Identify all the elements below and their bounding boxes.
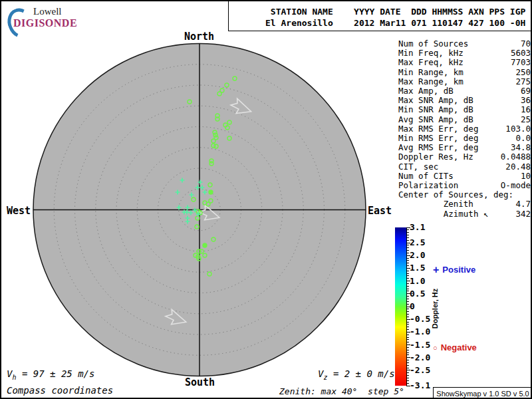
stat-label: Min Freq, kHz bbox=[398, 49, 464, 58]
measurement-stats-panel: Num of Sources70Min Freq, kHz5603Max Fre… bbox=[398, 39, 531, 219]
colorbar-minor-tick bbox=[406, 368, 409, 368]
colorbar-minor-tick bbox=[406, 311, 409, 312]
stat-row: Center of Sources, deg: bbox=[398, 190, 531, 200]
stat-row: Min Range, km250 bbox=[398, 68, 531, 77]
colorbar-minor-tick bbox=[406, 360, 409, 360]
stat-row: CIT, sec20.48 bbox=[398, 162, 531, 172]
stat-label: Polarization bbox=[398, 181, 458, 190]
lowell-digisonde-logo: Lowell DIGISONDE bbox=[8, 6, 94, 33]
stat-row: Max SNR Amp, dB36 bbox=[398, 96, 531, 105]
colorbar-minor-tick bbox=[406, 245, 409, 245]
stat-row: Min RMS Err, deg0.0 bbox=[398, 134, 531, 143]
stat-row: Avg SNR Amp, dB25 bbox=[398, 115, 531, 124]
doppler-colorbar bbox=[395, 227, 407, 386]
colorbar-minor-tick bbox=[406, 258, 409, 259]
stat-value: 34.8 bbox=[511, 143, 531, 152]
stat-label: Num of Sources bbox=[398, 39, 468, 49]
stat-label: Avg SNR Amp, dB bbox=[398, 115, 473, 124]
stat-label: Azimuth ↖ bbox=[398, 209, 488, 219]
stat-label: Min Range, km bbox=[398, 68, 464, 77]
source-point-negative bbox=[203, 243, 207, 247]
stat-label: Doppler Res, Hz bbox=[398, 152, 473, 162]
stat-row: PolarizationO-mode bbox=[398, 181, 531, 190]
skymap-window: Lowell DIGISONDE STATION NAME YYYY DATE … bbox=[0, 0, 532, 399]
stat-value: 20.48 bbox=[505, 162, 531, 172]
stat-value: 16 bbox=[521, 105, 531, 114]
positive-marker-icon: + bbox=[433, 267, 439, 273]
colorbar-tick-label: -3.1 bbox=[410, 380, 430, 390]
colorbar-minor-tick bbox=[406, 317, 409, 317]
stat-label: Max Freq, kHz bbox=[398, 58, 464, 67]
colorbar-minor-tick bbox=[406, 354, 409, 355]
colorbar-minor-tick bbox=[406, 260, 409, 261]
legend-negative: ○ Negative bbox=[433, 342, 477, 352]
colorbar-minor-tick bbox=[406, 327, 409, 327]
colorbar-minor-tick bbox=[406, 299, 409, 299]
colorbar-minor-tick bbox=[406, 289, 409, 289]
stat-value: 275 bbox=[515, 77, 531, 86]
colorbar-tick-label: 0.5 bbox=[410, 289, 425, 299]
colorbar-minor-tick bbox=[406, 380, 409, 381]
stat-value: 0.0488 bbox=[501, 152, 531, 162]
colorbar-minor-tick bbox=[406, 265, 409, 266]
compass-label-north: North bbox=[184, 31, 214, 43]
stat-value: 103.0 bbox=[505, 124, 531, 134]
header-divider-horizontal bbox=[228, 31, 532, 31]
colorbar-minor-tick bbox=[406, 347, 409, 348]
colorbar-minor-tick bbox=[406, 334, 409, 335]
colorbar-tick-label: -2.5 bbox=[410, 365, 430, 375]
stat-row: Max Amp, dB69 bbox=[398, 86, 531, 96]
stat-label: Max RMS Err, deg bbox=[398, 124, 478, 134]
colorbar-minor-tick bbox=[406, 278, 409, 279]
colorbar-minor-tick bbox=[406, 362, 409, 363]
colorbar-minor-tick bbox=[406, 229, 409, 230]
colorbar-minor-tick bbox=[406, 342, 409, 342]
legend-positive-label: Positive bbox=[442, 265, 475, 275]
stat-value: 10 bbox=[521, 172, 531, 181]
stat-row: Num of CITs10 bbox=[398, 172, 531, 181]
colorbar-minor-tick bbox=[406, 232, 409, 233]
app-version-label: ShowSkymap v 1.0 SD v 5.0 bbox=[433, 387, 532, 399]
colorbar-minor-tick bbox=[406, 304, 409, 305]
colorbar-minor-tick bbox=[406, 339, 409, 340]
stat-label: Max SNR Amp, dB bbox=[398, 96, 473, 105]
colorbar-minor-tick bbox=[406, 314, 409, 315]
colorbar-minor-tick bbox=[406, 365, 409, 366]
station-header: STATION NAME YYYY DATE DDD HHMMSS AXN PP… bbox=[265, 6, 525, 29]
colorbar-minor-tick bbox=[406, 383, 409, 384]
stat-row: Avg RMS Err, deg34.8 bbox=[398, 143, 531, 152]
colorbar-minor-tick bbox=[406, 350, 409, 350]
colorbar-minor-tick bbox=[406, 263, 409, 263]
stat-value: 69 bbox=[521, 86, 531, 96]
stat-label: Min SNR Amp, dB bbox=[398, 105, 473, 114]
stat-row: Zenith4.7 bbox=[398, 200, 531, 209]
colorbar-minor-tick bbox=[406, 378, 409, 378]
compass-label-east: East bbox=[368, 205, 392, 217]
stat-row: Num of Sources70 bbox=[398, 39, 531, 49]
stat-value: 7703 bbox=[511, 58, 531, 67]
stat-value: 250 bbox=[515, 68, 531, 77]
stat-label: Center of Sources, deg: bbox=[398, 190, 513, 200]
legend-positive: + Positive bbox=[433, 265, 475, 275]
colorbar-minor-tick bbox=[406, 247, 409, 248]
colorbar-minor-tick bbox=[406, 273, 409, 274]
vertical-velocity-readout: Vz = 2 ± 0 m/s bbox=[318, 368, 395, 381]
colorbar-tick-label: 1.5 bbox=[410, 263, 425, 273]
stat-row: Max Range, km275 bbox=[398, 77, 531, 86]
stat-value: O-mode bbox=[501, 181, 531, 190]
source-point-negative bbox=[209, 190, 213, 194]
stat-label: Num of CITs bbox=[398, 172, 454, 181]
colorbar-minor-tick bbox=[406, 275, 409, 276]
colorbar-tick-label: 2.0 bbox=[410, 250, 425, 260]
stat-value: 5603 bbox=[511, 49, 531, 58]
stat-value: 342 bbox=[515, 209, 531, 219]
colorbar-tick-label: 3.1 bbox=[410, 222, 425, 232]
stat-row: Min Freq, kHz5603 bbox=[398, 49, 531, 58]
colorbar-tick-label: 0 bbox=[410, 301, 415, 311]
colorbar-minor-tick bbox=[406, 324, 409, 325]
stat-value: 0.0 bbox=[515, 134, 531, 143]
colorbar-minor-tick bbox=[406, 352, 409, 353]
stat-row: Azimuth ↖342 bbox=[398, 209, 531, 219]
colorbar-minor-tick bbox=[406, 372, 409, 373]
stat-label: Zenith bbox=[398, 200, 473, 209]
